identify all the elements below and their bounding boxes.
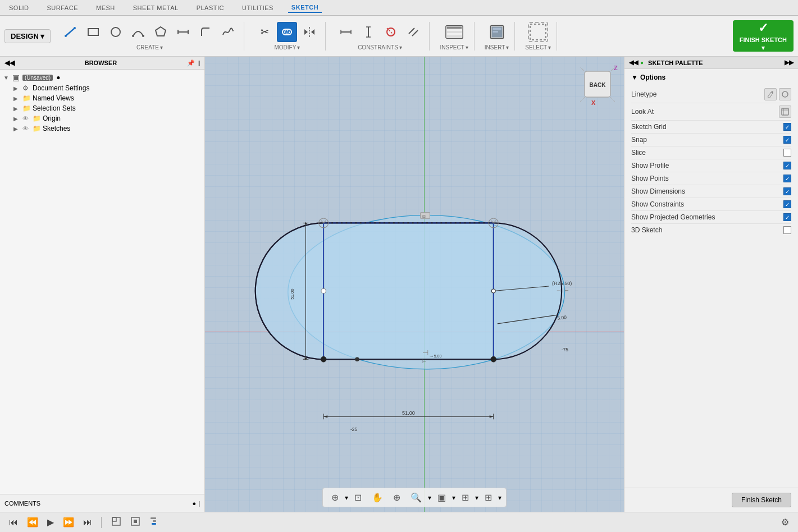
insert-tool[interactable] (487, 22, 507, 42)
constraints-label[interactable]: CONSTRAINTS ▾ (358, 44, 402, 51)
palette-expand-right[interactable]: ▶▶ (785, 59, 794, 66)
browser-title: BROWSER (18, 59, 184, 66)
finish-sketch-button[interactable]: ✓ FINISH SKETCH ▾ (733, 20, 794, 52)
prev-button[interactable]: ⏪ (25, 516, 40, 529)
select-label[interactable]: SELECT ▾ (525, 44, 551, 51)
tree-eye-origin-icon: 👁 (22, 115, 31, 122)
vp-dropdown2[interactable]: ▾ (428, 494, 431, 502)
snap-checkbox[interactable] (783, 136, 791, 144)
palette-options-header[interactable]: ▼ Options (631, 74, 791, 81)
scissors-tool[interactable]: ✂ (254, 22, 275, 42)
tab-surface[interactable]: SURFACE (44, 3, 81, 12)
svg-rect-74 (134, 520, 137, 523)
tree-item-unsaved[interactable]: ▼ ▣ (Unsaved) ● (0, 72, 204, 83)
canvas-area[interactable]: 51.00 51.00 (R25.50) ⊣ ⊢ 5.00 -75 ⊸ 5.00 (205, 57, 624, 512)
vp-dropdown3[interactable]: ▾ (452, 494, 455, 502)
vp-dropdown4[interactable]: ▾ (475, 494, 478, 502)
vp-dropdown5[interactable]: ▾ (498, 494, 501, 502)
slice-checkbox[interactable] (783, 149, 791, 157)
skip-start-button[interactable]: ⏮ (7, 516, 20, 529)
tree-arrow-named-views: ▶ (13, 95, 21, 102)
create-label[interactable]: CREATE ▾ (136, 44, 163, 51)
tab-mesh[interactable]: MESH (93, 3, 118, 12)
tab-plastic[interactable]: PLASTIC (193, 3, 227, 12)
dim-51h-text: 51.00 (402, 410, 415, 416)
modify-label[interactable]: MODIFY ▾ (275, 44, 300, 51)
svg-line-65 (610, 97, 615, 102)
show-projected-checkbox[interactable] (783, 213, 791, 221)
next-button[interactable]: ⏩ (61, 516, 76, 529)
palette-options-section: ▼ Options Linetype Look At (624, 69, 798, 241)
show-dimensions-checkbox[interactable] (783, 187, 791, 195)
look-at-icon[interactable] (779, 106, 791, 118)
more-tool-btn[interactable]: ⊞ (481, 490, 496, 505)
insert-label[interactable]: INSERT ▾ (485, 44, 509, 51)
linetype-circle-icon[interactable] (779, 88, 791, 100)
comments-collapse-icon[interactable]: | (198, 500, 200, 507)
browser-pin-icon[interactable]: 📌 (187, 59, 195, 67)
spline-tool[interactable] (218, 22, 238, 42)
constraint-v-tool[interactable] (358, 22, 379, 42)
pan-tool-btn[interactable]: ✋ (368, 490, 387, 505)
svg-rect-68 (782, 108, 788, 115)
tab-utilities[interactable]: UTILITIES (239, 3, 277, 12)
mirror-tool[interactable] (299, 22, 320, 42)
sketch-grid-checkbox[interactable] (783, 123, 791, 131)
frame-select-button-1[interactable] (109, 515, 124, 530)
design-button[interactable]: DESIGN ▾ (4, 29, 51, 43)
inspect-dropdown-icon: ▾ (466, 44, 468, 51)
tree-item-document-settings[interactable]: ▶ ⚙ Document Settings (0, 83, 204, 93)
polygon-tool[interactable] (151, 22, 171, 42)
show-constraints-checkbox[interactable] (783, 200, 791, 208)
linetype-pencil-icon[interactable] (764, 88, 777, 100)
browser-collapse-left[interactable]: ◀◀ (4, 59, 15, 67)
palette-collapse-left[interactable]: ◀◀ (629, 59, 638, 66)
look-at-control (779, 106, 791, 118)
svg-point-1 (65, 35, 67, 37)
finish-sketch-panel-button[interactable]: Finish Sketch (732, 493, 791, 507)
tree-item-sketches[interactable]: ▶ 👁 📁 Sketches (0, 123, 204, 134)
circle-tool[interactable] (106, 22, 126, 42)
show-constraints-control (783, 200, 791, 208)
fillet-tool[interactable] (195, 22, 216, 42)
arc-tool[interactable] (128, 22, 148, 42)
display-tool-btn[interactable]: ▣ (434, 490, 450, 505)
skip-end-button[interactable]: ⏭ (81, 516, 94, 529)
show-profile-checkbox[interactable] (783, 162, 791, 169)
constraint-circle-tool[interactable] (381, 22, 401, 42)
move-tool-btn[interactable]: ⊕ (327, 490, 343, 505)
offset-tool[interactable] (277, 22, 297, 42)
orbit-tool-btn[interactable]: ⊡ (350, 490, 366, 505)
nav-cube[interactable]: Z X BACK (574, 61, 619, 106)
frame-select-button-2[interactable] (128, 515, 143, 530)
timeline-icon[interactable] (147, 515, 159, 530)
select-tool[interactable] (528, 22, 548, 42)
line-tool[interactable] (61, 22, 81, 42)
tree-item-selection-sets[interactable]: ▶ 📁 Selection Sets (0, 103, 204, 113)
tab-sheet-metal[interactable]: SHEET METAL (130, 3, 182, 12)
rectangle-tool[interactable] (83, 22, 103, 42)
svg-rect-24 (446, 31, 461, 33)
comments-add-icon[interactable]: ● (192, 500, 196, 507)
grid-tool-btn[interactable]: ⊞ (458, 490, 473, 505)
toolbar-tabs: SOLID SURFACE MESH SHEET METAL PLASTIC U… (0, 0, 798, 16)
tab-solid[interactable]: SOLID (6, 3, 33, 12)
vp-dropdown1[interactable]: ▾ (345, 494, 348, 502)
3d-sketch-checkbox[interactable] (783, 226, 791, 234)
inspect-tool[interactable] (444, 22, 464, 42)
constraint-parallel-tool[interactable] (403, 22, 423, 42)
measure-tool-btn[interactable]: ⊕ (389, 490, 404, 505)
tab-sketch[interactable]: SKETCH (288, 3, 322, 13)
constraint-h-tool[interactable] (336, 22, 356, 42)
tree-item-origin[interactable]: ▶ 👁 📁 Origin (0, 113, 204, 123)
play-button[interactable]: ▶ (45, 516, 56, 529)
dimension-tool[interactable] (173, 22, 193, 42)
tree-item-named-views[interactable]: ▶ 📁 Named Views (0, 93, 204, 103)
show-points-checkbox[interactable] (783, 175, 791, 182)
show-profile-label: Show Profile (631, 162, 669, 169)
tree-label-named-views: Named Views (33, 94, 74, 102)
zoom-tool-btn[interactable]: 🔍 (407, 490, 426, 505)
inspect-label[interactable]: INSPECT ▾ (440, 44, 468, 51)
browser-expand-icon[interactable]: | (198, 59, 200, 66)
settings-gear-button[interactable]: ⚙ (779, 516, 791, 529)
